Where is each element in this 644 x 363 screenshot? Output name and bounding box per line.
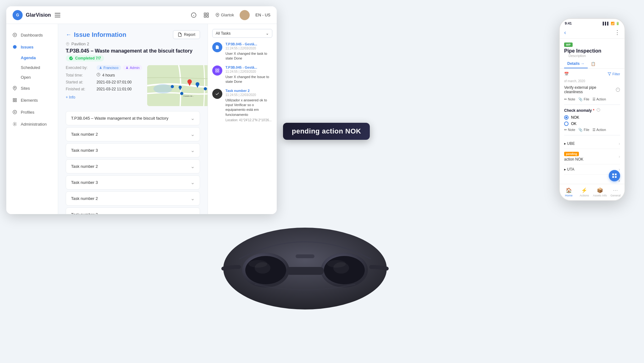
divider — [564, 105, 620, 105]
bottom-nav-assets[interactable]: 📦 Assets Info — [592, 184, 608, 200]
sidebar-item-elements[interactable]: Elements — [6, 94, 58, 106]
all-tasks-filter[interactable]: All Tasks ⌄ — [212, 29, 272, 38]
activity-content: T.P3B.045 - Gestã... 11:24:55 | 22/03/20… — [225, 42, 272, 61]
sidebar-item-dashboards[interactable]: Dashboards — [6, 29, 58, 41]
sidebar-item-administration[interactable]: Administration — [6, 118, 58, 130]
logo-icon: G — [13, 10, 23, 20]
phone-nav-bar: ‹ ⋮ — [560, 26, 625, 39]
page-title: Issue Information — [74, 31, 126, 38]
phone-action-row-2: ✏ Note 📎 File ☰ Action — [564, 128, 620, 132]
pending-badge: pending — [564, 152, 579, 156]
note-button-1[interactable]: ✏ Note — [564, 97, 575, 101]
description-label: Description — [564, 54, 620, 58]
hamburger-menu[interactable] — [55, 13, 60, 17]
chevron-down-icon: ⌄ — [191, 163, 195, 169]
phone-tabs: Details → 📋 — [560, 60, 625, 69]
table-row[interactable]: T.P3B.045 – Waste management at the bisc… — [66, 111, 200, 125]
finished-value: 2021-03-22 11:01:00 — [97, 87, 131, 91]
sidebar-sub-scheduled[interactable]: Scheduled — [6, 63, 58, 72]
list-item-ube[interactable]: ▸ UBE › — [564, 139, 620, 149]
top-bar-right: Glartok EN - US — [190, 10, 270, 20]
phone-status-bar: 9:41 ▌▌▌ 📶 🔋 — [560, 19, 625, 26]
finished-row: Finished at: 2021-03-22 11:01:00 — [66, 87, 142, 91]
table-row[interactable]: Task number 2 ⌄ — [66, 191, 200, 206]
svg-rect-15 — [13, 100, 14, 102]
bottom-nav-general[interactable]: ⋯ General — [608, 184, 624, 200]
chevron-down-icon: ⌄ — [191, 147, 195, 153]
tab-details[interactable]: Details → — [564, 60, 588, 68]
info-icon-small — [597, 108, 600, 112]
language-selector[interactable]: EN - US — [255, 13, 270, 17]
radio-nok[interactable]: NOK — [564, 115, 620, 120]
sidebar-sub-open[interactable]: Open — [6, 72, 58, 82]
svg-rect-39 — [216, 71, 217, 72]
back-button[interactable]: ← — [66, 31, 71, 38]
chevron-right-icon: › — [619, 167, 620, 172]
svg-point-61 — [327, 260, 346, 268]
wp-badge: WP — [564, 43, 573, 47]
sidebar-item-issues[interactable]: Issues — [6, 41, 58, 53]
svg-rect-38 — [218, 69, 219, 70]
radio-ok-dot — [564, 122, 569, 126]
info-button[interactable]: + Info — [66, 94, 75, 101]
table-row[interactable]: Task number 3 ⌄ — [66, 143, 200, 157]
file-button-1[interactable]: 📎 File — [578, 97, 589, 101]
filter-row: 📅 Filter — [564, 72, 620, 76]
radio-ok[interactable]: OK — [564, 122, 620, 126]
grid-icon[interactable] — [203, 12, 210, 19]
tab-doc[interactable]: 📋 — [588, 60, 599, 68]
app-window: G GlarVision Glartok EN - US — [6, 6, 277, 214]
table-row[interactable]: Task number 3 ⌄ — [66, 207, 200, 214]
phone-mockup: 9:41 ▌▌▌ 📶 🔋 ‹ ⋮ WP Pipe Inspection Desc… — [559, 18, 625, 201]
svg-rect-47 — [612, 173, 614, 175]
file-button-2[interactable]: 📎 File — [578, 128, 589, 132]
executed-by-row: Executed by: Francisco Admin — [66, 65, 142, 70]
svg-text:Castelo de...: Castelo de... — [183, 95, 194, 97]
actions-icon: ⚡ — [581, 187, 587, 193]
total-time-value: 4 hours — [97, 73, 115, 77]
sidebar-item-profiles[interactable]: Profiles — [6, 106, 58, 118]
action-button-2[interactable]: ☰ Action — [592, 128, 606, 132]
fab-button[interactable] — [609, 170, 620, 181]
svg-point-25 — [153, 84, 172, 94]
admin-icon — [12, 121, 18, 127]
svg-marker-41 — [608, 73, 611, 76]
sites-icon — [12, 85, 18, 91]
top-bar: G GlarVision Glartok EN - US — [6, 6, 277, 24]
table-row[interactable]: Task number 2 ⌄ — [66, 127, 200, 141]
svg-point-12 — [14, 87, 15, 88]
table-row[interactable]: Task number 2 ⌄ — [66, 159, 200, 173]
started-value: 2021-03-22 07:01:00 — [97, 80, 131, 84]
info-panel: Executed by: Francisco Admin — [66, 65, 142, 106]
executor-avatars: Francisco Admin — [97, 65, 142, 70]
phone-status-icons: ▌▌▌ 📶 🔋 — [603, 22, 619, 25]
chevron-right-icon: › — [619, 154, 620, 159]
action-button-1[interactable]: ☰ Action — [592, 97, 606, 101]
info-icon[interactable] — [190, 12, 197, 19]
svg-point-19 — [14, 123, 15, 125]
filter-button[interactable]: Filter — [608, 72, 620, 76]
phone-content: 📅 Filter of march, 2020 Verify external … — [560, 69, 625, 193]
svg-point-32 — [171, 85, 174, 88]
report-button[interactable]: Report — [173, 30, 200, 39]
location-label: Glartok — [215, 13, 234, 17]
svg-rect-3 — [204, 13, 206, 14]
list-item-pending-action[interactable]: pending action NOK › — [564, 149, 620, 164]
bottom-nav-actions[interactable]: ⚡ Actions — [577, 184, 592, 200]
app-body: Dashboards Issues Agenda Scheduled Open — [6, 24, 277, 214]
chevron-down-icon: ⌄ — [191, 115, 195, 121]
chevron-down-icon: ⌄ — [191, 179, 195, 185]
activity-doc-icon — [212, 42, 222, 52]
chevron-down-icon: ⌄ — [191, 212, 195, 214]
user-avatar[interactable] — [240, 10, 250, 20]
action-nok-text: action NOK — [564, 157, 583, 162]
sidebar-sub-agenda[interactable]: Agenda — [6, 53, 58, 63]
sidebar-item-sites[interactable]: Sites — [6, 82, 58, 94]
note-button-2[interactable]: ✏ Note — [564, 128, 575, 132]
svg-rect-4 — [207, 13, 208, 14]
phone-header: WP Pipe Inspection Description — [560, 39, 625, 58]
bottom-nav-home[interactable]: 🏠 Home — [561, 184, 577, 200]
phone-back-button[interactable]: ‹ — [564, 29, 566, 36]
phone-more-button[interactable]: ⋮ — [614, 29, 620, 36]
table-row[interactable]: Task number 3 ⌄ — [66, 175, 200, 190]
